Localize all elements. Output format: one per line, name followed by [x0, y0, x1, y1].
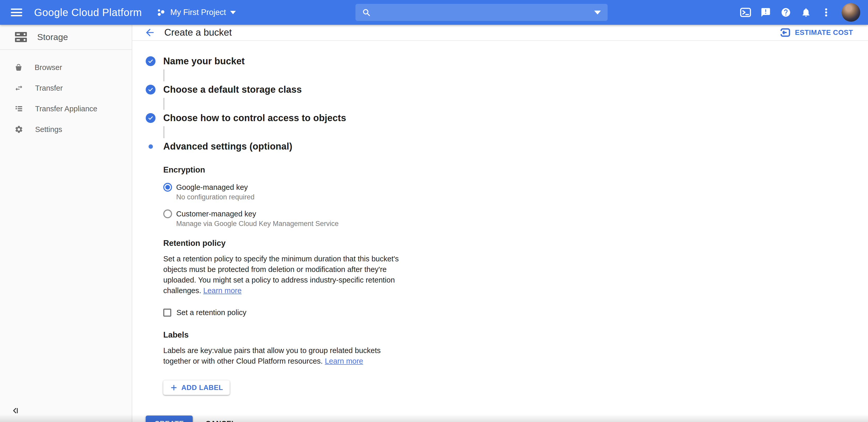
step-complete-check-icon	[146, 56, 156, 66]
avatar[interactable]	[842, 3, 860, 22]
sidebar-item-label: Transfer	[35, 84, 63, 93]
feedback-icon	[761, 7, 771, 18]
menu-button[interactable]	[11, 8, 22, 16]
feedback-button[interactable]	[757, 4, 774, 21]
sidebar-item-browser[interactable]: Browser	[0, 57, 132, 78]
page-title: Create a bucket	[164, 27, 232, 38]
radio-label: Customer-managed key	[176, 209, 339, 219]
add-label-button[interactable]: ADD LABEL	[163, 381, 230, 395]
notifications-button[interactable]	[798, 4, 814, 21]
create-bucket-form: Name your bucket Choose a default storag…	[132, 41, 868, 422]
gcp-logo[interactable]: Google Cloud Platform	[34, 7, 142, 18]
storage-product-icon	[15, 32, 27, 43]
retention-learn-more-link[interactable]: Learn more	[203, 286, 242, 295]
step-name-your-bucket[interactable]: Name your bucket	[146, 55, 868, 67]
checkbox-label: Set a retention policy	[177, 309, 246, 317]
radio-selected-icon[interactable]	[163, 183, 172, 192]
cost-panel-icon	[780, 28, 790, 37]
radio-google-managed-key[interactable]: Google-managed key No configuration requ…	[163, 182, 868, 201]
menu-icon	[11, 8, 22, 10]
step-active-dot-icon	[146, 141, 156, 151]
radio-description: No configuration required	[176, 193, 254, 201]
back-arrow-icon	[144, 27, 156, 38]
step-advanced-settings[interactable]: Advanced settings (optional)	[146, 140, 868, 152]
chevron-down-icon	[230, 11, 236, 14]
step-access-control[interactable]: Choose how to control access to objects	[146, 112, 868, 124]
retention-policy-section: Retention policy Set a retention policy …	[163, 239, 868, 317]
step-title: Choose a default storage class	[163, 84, 302, 95]
labels-learn-more-link[interactable]: Learn more	[325, 357, 363, 365]
project-hexagons-icon	[156, 8, 166, 17]
encryption-section: Encryption Google-managed key No configu…	[163, 165, 868, 228]
notifications-icon	[801, 7, 811, 18]
appliance-list-icon	[14, 104, 23, 113]
help-icon	[781, 7, 791, 18]
labels-section: Labels Labels are key:value pairs that a…	[163, 330, 868, 395]
sidebar-item-label: Settings	[35, 125, 62, 134]
step-title: Advanced settings (optional)	[163, 141, 292, 152]
collapse-sidebar-icon	[10, 406, 20, 416]
checkbox-unchecked-icon[interactable]	[163, 309, 171, 317]
create-button[interactable]: CREATE	[146, 416, 193, 422]
search-icon	[362, 8, 370, 17]
sidebar: Storage Browser Transfer	[0, 25, 132, 422]
radio-description: Manage via Google Cloud Key Management S…	[176, 220, 339, 228]
form-actions: CREATE CANCEL	[146, 416, 868, 422]
radio-unselected-icon[interactable]	[163, 209, 172, 218]
search-bar[interactable]	[355, 4, 608, 21]
sidebar-title: Storage	[37, 32, 68, 42]
step-storage-class[interactable]: Choose a default storage class	[146, 84, 868, 96]
radio-label: Google-managed key	[176, 182, 254, 192]
step-complete-check-icon	[146, 113, 156, 123]
project-name: My First Project	[170, 8, 226, 17]
search-dropdown-caret-icon[interactable]	[594, 10, 601, 14]
estimate-cost-label: ESTIMATE COST	[795, 29, 853, 37]
more-options-button[interactable]	[818, 4, 834, 21]
collapse-sidebar-button[interactable]	[10, 406, 20, 416]
sidebar-item-transfer[interactable]: Transfer	[0, 78, 132, 98]
page-header: Create a bucket ESTIMATE COST	[132, 25, 868, 41]
cloud-shell-icon	[740, 7, 751, 18]
top-app-bar: Google Cloud Platform My First Project	[0, 0, 868, 25]
step-connector	[163, 98, 164, 110]
topbar-actions	[737, 3, 860, 22]
labels-heading: Labels	[163, 330, 868, 339]
swap-arrows-icon	[14, 84, 23, 93]
bucket-icon	[14, 63, 23, 71]
set-retention-policy-option[interactable]: Set a retention policy	[163, 309, 868, 317]
main-panel: Create a bucket ESTIMATE COST Name your …	[132, 25, 868, 422]
more-vert-icon	[821, 7, 831, 18]
back-button[interactable]	[142, 25, 158, 40]
sidebar-item-settings[interactable]: Settings	[0, 119, 132, 140]
cancel-button[interactable]: CANCEL	[206, 420, 236, 422]
step-title: Choose how to control access to objects	[163, 112, 346, 124]
search-input[interactable]	[376, 8, 589, 17]
sidebar-items: Browser Transfer Transfer Appliance	[0, 50, 132, 140]
step-connector	[163, 126, 164, 138]
cloud-shell-button[interactable]	[737, 4, 754, 21]
project-selector[interactable]: My First Project	[156, 8, 236, 17]
retention-description: Set a retention policy to specify the mi…	[163, 254, 407, 296]
sidebar-item-transfer-appliance[interactable]: Transfer Appliance	[0, 98, 132, 119]
plus-icon	[170, 384, 178, 392]
gear-icon	[14, 125, 23, 134]
add-label-button-label: ADD LABEL	[181, 384, 223, 392]
sidebar-item-label: Browser	[35, 63, 62, 72]
sidebar-header: Storage	[0, 25, 132, 50]
labels-description: Labels are key:value pairs that allow yo…	[163, 345, 407, 366]
step-title: Name your bucket	[163, 56, 245, 67]
encryption-heading: Encryption	[163, 165, 868, 174]
sidebar-item-label: Transfer Appliance	[35, 105, 97, 113]
radio-customer-managed-key[interactable]: Customer-managed key Manage via Google C…	[163, 209, 868, 228]
step-connector	[163, 69, 164, 82]
retention-heading: Retention policy	[163, 239, 868, 248]
estimate-cost-button[interactable]: ESTIMATE COST	[780, 28, 853, 37]
step-complete-check-icon	[146, 85, 156, 95]
help-button[interactable]	[778, 4, 794, 21]
